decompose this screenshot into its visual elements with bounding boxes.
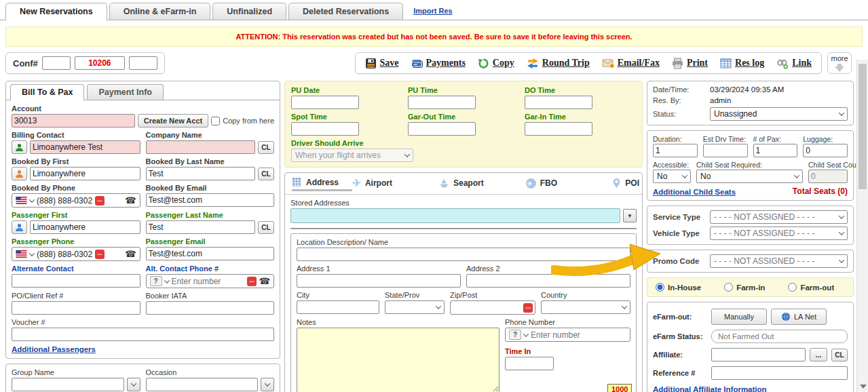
company-clear-button[interactable]: CL (258, 141, 274, 154)
zip-post-field[interactable] (454, 302, 521, 313)
city-input[interactable] (297, 300, 379, 314)
do-time-input[interactable] (525, 96, 592, 109)
tab-deleted-reservations[interactable]: Deleted Reservations (288, 3, 403, 20)
billing-contact-input[interactable] (30, 140, 140, 154)
location-phone-field[interactable] (531, 330, 626, 340)
num-pax-input[interactable] (753, 144, 798, 157)
farm-out-radio[interactable]: Farm-out (788, 283, 834, 292)
sms-icon[interactable]: ... (95, 196, 105, 205)
vehicle-type-select[interactable]: - - - - NOT ASSIGNED - - - - (710, 227, 848, 240)
voucher-input[interactable] (12, 328, 274, 341)
tab-poi[interactable]: POI (612, 178, 639, 191)
reference-input[interactable] (711, 366, 848, 380)
tab-fbo[interactable]: ✈ FBO (526, 178, 613, 191)
conf-number-input[interactable] (75, 56, 125, 70)
passenger-first-input[interactable] (30, 220, 140, 234)
farm-in-radio[interactable]: Farm-in (724, 283, 765, 292)
passenger-email-input[interactable] (146, 247, 275, 260)
link-button[interactable]: Link (776, 58, 812, 69)
res-log-button[interactable]: Res log (720, 58, 764, 69)
child-seat-required-select[interactable]: No (696, 170, 803, 183)
affiliate-browse-button[interactable]: ... (810, 348, 827, 361)
flag-dropdown-caret[interactable] (29, 250, 35, 256)
account-input[interactable] (12, 114, 135, 128)
booked-by-first-input[interactable] (30, 167, 140, 180)
tab-bill-to-pax[interactable]: Bill To & Pax (10, 84, 84, 100)
billing-contact-person-icon[interactable] (12, 140, 27, 154)
conf-prefix-input[interactable] (42, 56, 71, 70)
copy-from-here-box[interactable] (211, 117, 220, 125)
copy-button[interactable]: Copy (478, 58, 514, 69)
time-in-input[interactable] (505, 357, 554, 370)
booked-by-email-input[interactable] (146, 193, 275, 207)
occasion-input[interactable] (146, 378, 259, 391)
additional-affiliate-link[interactable]: Additional Affiliate Information (653, 385, 767, 392)
sms-icon[interactable]: ... (247, 277, 257, 286)
booked-by-last-input[interactable] (146, 167, 256, 180)
luggage-input[interactable] (803, 144, 848, 157)
flag-dropdown-caret[interactable] (29, 197, 35, 202)
sms-icon[interactable]: ... (95, 250, 105, 259)
stored-addresses-dropdown-button[interactable]: ▼ (623, 209, 637, 222)
passenger-phone-input[interactable]: (888) 888-0302 ... ☎ (12, 247, 140, 261)
accessible-select[interactable]: No (653, 170, 691, 183)
save-button[interactable]: Save (365, 58, 399, 69)
more-button[interactable]: more (827, 52, 852, 74)
phone-call-icon[interactable]: ☎ (259, 277, 270, 286)
tab-airport[interactable]: ✈ Airport (352, 178, 439, 190)
phone-call-icon[interactable]: ☎ (125, 196, 136, 205)
flag-dropdown-caret[interactable] (164, 277, 169, 283)
gar-out-time-input[interactable] (408, 122, 476, 136)
driver-should-arrive-select[interactable]: When your flight arrives (291, 149, 413, 162)
farm-in-radio-input[interactable] (724, 283, 733, 292)
unknown-country-icon[interactable]: ? (509, 330, 521, 340)
vertical-scrollbar[interactable] (856, 60, 868, 392)
address1-input[interactable] (297, 274, 461, 288)
tab-payment-info[interactable]: Payment Info (87, 84, 164, 100)
import-res-link[interactable]: Import Res (413, 7, 452, 15)
affiliate-clear-button[interactable]: CL (831, 349, 848, 361)
duration-input[interactable] (653, 144, 698, 157)
round-trip-button[interactable]: Round Trip (527, 58, 590, 69)
state-prov-select[interactable] (385, 300, 445, 314)
email-fax-button[interactable]: Email/Fax (602, 58, 660, 68)
group-name-dropdown-button[interactable] (127, 378, 140, 391)
tab-new-reservations[interactable]: New Reservations (5, 3, 107, 20)
location-description-input[interactable] (297, 248, 630, 261)
tab-address[interactable]: Address (292, 177, 352, 191)
est-drv-time-input[interactable] (703, 144, 748, 157)
booked-by-clear-button[interactable]: CL (258, 168, 274, 180)
tab-unfinalized[interactable]: Unfinalized (212, 3, 286, 20)
company-name-input[interactable] (146, 140, 256, 154)
affiliate-input[interactable] (711, 348, 806, 361)
occasion-dropdown-button[interactable] (261, 378, 274, 391)
alt-phone-number-field[interactable] (172, 276, 245, 287)
location-phone-input[interactable]: ? (505, 328, 630, 342)
booked-by-phone-input[interactable]: (888) 888-0302 ... ☎ (12, 193, 140, 208)
po-client-ref-input[interactable] (12, 301, 140, 315)
alt-contact-phone-input[interactable]: ? ... ☎ (146, 274, 275, 288)
tab-online-efarm-in[interactable]: Online & eFarm-in (109, 3, 211, 20)
additional-passengers-link[interactable]: Additional Passengers (12, 345, 96, 353)
tab-seaport[interactable]: Seaport (439, 178, 526, 191)
passenger-person-icon[interactable] (12, 220, 27, 234)
promo-code-select[interactable]: - - - - NOT ASSIGNED - - - - (710, 254, 848, 268)
farm-out-radio-input[interactable] (788, 283, 797, 292)
phone-call-icon[interactable]: ☎ (125, 250, 136, 258)
efarm-lanet-button[interactable]: LA Net (771, 309, 827, 325)
passenger-clear-button[interactable]: CL (258, 221, 274, 234)
pu-date-input[interactable] (291, 96, 359, 109)
payments-button[interactable]: Payments (411, 58, 466, 69)
conf-suffix-input[interactable] (129, 56, 157, 70)
pu-time-input[interactable] (408, 96, 476, 109)
booker-iata-input[interactable] (146, 301, 275, 315)
additional-child-seats-link[interactable]: Additional Child Seats (653, 188, 736, 196)
spot-time-input[interactable] (291, 122, 359, 136)
print-button[interactable]: Print (672, 58, 708, 69)
flag-dropdown-caret[interactable] (523, 331, 529, 336)
copy-from-here-checkbox[interactable]: Copy from here (211, 117, 274, 125)
service-type-select[interactable]: - - - - NOT ASSIGNED - - - - (710, 210, 848, 224)
scrollbar-thumb[interactable] (858, 64, 867, 189)
alternate-contact-input[interactable] (12, 274, 140, 288)
status-select[interactable]: Unassigned (710, 107, 848, 121)
